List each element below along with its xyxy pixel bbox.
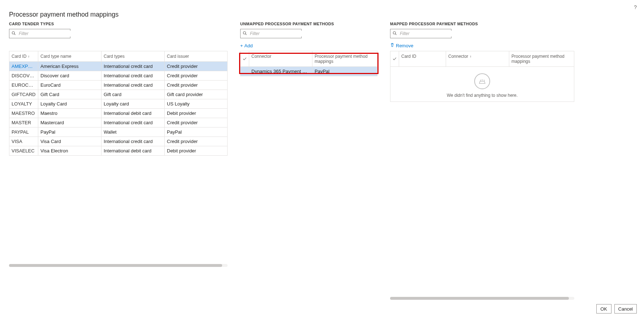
cell-card-name: Mastercard — [38, 118, 101, 127]
footer: OK Cancel — [596, 304, 637, 313]
table-row[interactable]: VISAELECVisa ElectronInternational debit… — [9, 146, 227, 156]
cell-card-id[interactable]: DISCOVER — [9, 71, 38, 80]
svg-point-0 — [12, 31, 15, 34]
sort-asc-icon: ↑ — [28, 55, 30, 59]
table-row[interactable]: GIFTCARDGift CardGift cardGift card prov… — [9, 90, 227, 99]
col-card-types[interactable]: Card types — [101, 51, 165, 61]
cell-card-type: Wallet — [101, 127, 165, 137]
svg-line-1 — [14, 34, 16, 35]
cell-card-id[interactable]: PAYPAL — [9, 127, 38, 137]
col-connector[interactable]: Connector↑ — [446, 51, 509, 66]
cell-card-issuer: Debit provider — [165, 109, 227, 118]
svg-point-2 — [243, 31, 246, 34]
table-row[interactable]: LOYALTYLoyalty CardLoyalty cardUS Loyalt… — [9, 99, 227, 109]
search-icon — [393, 31, 397, 36]
table-row[interactable]: EUROCARDEuroCardInternational credit car… — [9, 81, 227, 90]
plus-icon: + — [240, 43, 243, 48]
cell-card-id[interactable]: LOYALTY — [9, 99, 38, 108]
cell-card-name: Visa Card — [38, 137, 101, 146]
grid-header: Card ID Connector↑ Processor payment met… — [390, 51, 574, 67]
hscroll[interactable] — [9, 264, 228, 267]
cell-card-type: Loyalty card — [101, 99, 165, 108]
cell-card-id[interactable]: AMEXPRESS — [9, 62, 38, 71]
col-card-type-name[interactable]: Card type name — [38, 51, 101, 61]
col-connector[interactable]: Connector — [249, 51, 312, 66]
table-row[interactable]: Dynamics 365 Payment Connect...PayPal — [241, 67, 377, 76]
table-row[interactable]: AMEXPRESSAmerican ExpressInternational c… — [9, 62, 227, 71]
ok-button[interactable]: OK — [596, 304, 611, 313]
cell-mapping: PayPal — [312, 67, 377, 76]
cell-card-name: PayPal — [38, 127, 101, 137]
trash-icon — [390, 43, 394, 48]
help-icon[interactable]: ? — [634, 4, 637, 10]
mapped-grid: Card ID Connector↑ Processor payment met… — [390, 51, 574, 102]
cell-card-id[interactable]: MAESTRO — [9, 109, 38, 118]
empty-icon — [474, 73, 490, 89]
table-row[interactable]: MASTERMastercardInternational credit car… — [9, 118, 227, 127]
cancel-button[interactable]: Cancel — [614, 304, 637, 313]
row-checkbox[interactable] — [241, 67, 249, 76]
unmapped-grid: Connector Processor payment method mappi… — [240, 51, 377, 76]
svg-line-3 — [246, 34, 247, 35]
cell-card-id[interactable]: GIFTCARD — [9, 90, 38, 99]
svg-point-4 — [393, 31, 396, 34]
grid-header: Card ID↑ Card type name Card types Card … — [9, 51, 227, 62]
col-select-all[interactable] — [390, 51, 399, 66]
search-icon — [12, 31, 16, 36]
filter-input[interactable] — [18, 31, 74, 36]
cell-card-id[interactable]: EUROCARD — [9, 81, 38, 90]
svg-line-5 — [396, 34, 397, 35]
filter-input[interactable] — [249, 31, 305, 36]
col-ppm-mappings[interactable]: Processor payment method mappings — [509, 51, 574, 66]
cell-card-name: American Express — [38, 62, 101, 71]
hscroll[interactable] — [390, 297, 574, 300]
col-card-issuer[interactable]: Card issuer — [165, 51, 227, 61]
col-ppm-mappings[interactable]: Processor payment method mappings — [312, 51, 377, 66]
col-card-id[interactable]: Card ID — [399, 51, 446, 66]
table-row[interactable]: VISAVisa CardInternational credit cardCr… — [9, 137, 227, 146]
cell-card-issuer: Debit provider — [165, 146, 227, 155]
card-tender-grid: Card ID↑ Card type name Card types Card … — [9, 51, 228, 156]
cell-card-name: Gift Card — [38, 90, 101, 99]
empty-text: We didn't find anything to show here. — [390, 93, 574, 98]
col-select-all[interactable] — [241, 51, 249, 66]
panel-unmapped: UNMAPPED PROCESSOR PAYMENT METHODS + Add… — [240, 22, 377, 300]
cell-card-name: Visa Electron — [38, 146, 101, 155]
cell-card-issuer: Credit provider — [165, 71, 227, 80]
unmapped-heading: UNMAPPED PROCESSOR PAYMENT METHODS — [240, 22, 377, 26]
table-row[interactable]: PAYPALPayPalWalletPayPal — [9, 127, 227, 137]
page-title: Processor payment method mappings — [9, 11, 118, 18]
cell-card-issuer: Credit provider — [165, 137, 227, 146]
cell-card-name: EuroCard — [38, 81, 101, 90]
cell-card-type: International credit card — [101, 137, 165, 146]
cell-card-id[interactable]: VISAELEC — [9, 146, 38, 155]
cell-card-issuer: US Loyalty — [165, 99, 227, 108]
cell-card-type: International credit card — [101, 81, 165, 90]
cell-card-name: Loyalty Card — [38, 99, 101, 108]
search-icon — [243, 31, 247, 36]
col-card-id[interactable]: Card ID↑ — [9, 51, 38, 61]
unmapped-filter[interactable] — [240, 29, 302, 38]
grid-header: Connector Processor payment method mappi… — [241, 51, 377, 67]
cell-card-id[interactable]: VISA — [9, 137, 38, 146]
cell-card-issuer: Credit provider — [165, 81, 227, 90]
cell-card-type: International debit card — [101, 146, 165, 155]
cell-card-type: Gift card — [101, 90, 165, 99]
remove-button[interactable]: Remove — [390, 43, 413, 48]
cell-card-issuer: Credit provider — [165, 62, 227, 71]
cell-card-issuer: Gift card provider — [165, 90, 227, 99]
cell-card-type: International credit card — [101, 118, 165, 127]
table-row[interactable]: DISCOVERDiscover cardInternational credi… — [9, 71, 227, 81]
empty-state: We didn't find anything to show here. — [390, 67, 574, 101]
add-label: Add — [245, 43, 253, 48]
table-row[interactable]: MAESTROMaestroInternational debit cardDe… — [9, 109, 227, 118]
mapped-filter[interactable] — [390, 29, 451, 38]
cell-card-issuer: Credit provider — [165, 118, 227, 127]
panel-mapped: MAPPED PROCESSOR PAYMENT METHODS Remove … — [390, 22, 574, 300]
cell-card-name: Discover card — [38, 71, 101, 80]
add-button[interactable]: + Add — [240, 43, 253, 48]
card-tender-filter[interactable] — [9, 29, 70, 38]
cell-card-id[interactable]: MASTER — [9, 118, 38, 127]
sort-asc-icon: ↑ — [470, 55, 471, 59]
filter-input[interactable] — [399, 31, 455, 36]
